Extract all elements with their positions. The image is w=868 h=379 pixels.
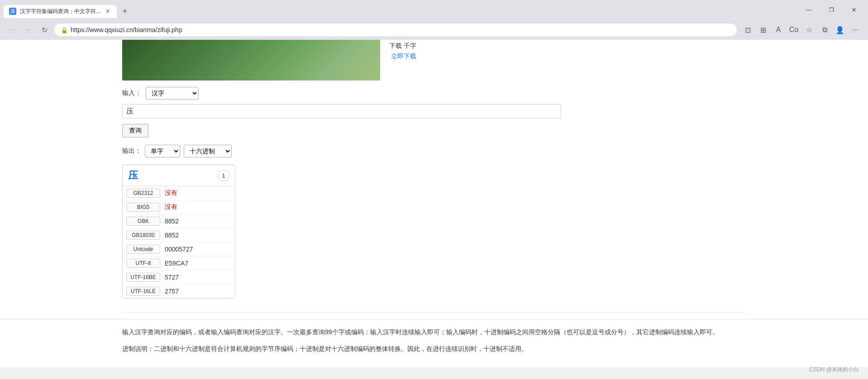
refresh-button[interactable]: ↻ xyxy=(38,24,51,36)
encoding-value-utf16le: 2757 xyxy=(165,288,179,295)
url-bar[interactable]: 🔒 https://www.qqxiuzi.cn/bianma/zifuji.p… xyxy=(54,24,737,36)
profile-icon[interactable]: 👤 xyxy=(833,23,847,37)
tab-favicon: 汉 xyxy=(9,8,16,15)
input-row: 输入： 汉字 GB2312 BIG5 GBK GB18030 Unicode U… xyxy=(122,87,746,99)
result-box: 压 1 GB2312 没有 BIG5 没有 GBK 8852 GB18030 xyxy=(122,165,235,298)
title-bar: 汉 汉字字符集编码查询；中文字符... ✕ + — ❐ ✕ xyxy=(0,0,868,20)
encoding-label-gb18030: GB18030 xyxy=(126,231,160,240)
result-table: GB2312 没有 BIG5 没有 GBK 8852 GB18030 8852 … xyxy=(123,186,235,298)
encoding-value-gb2312: 没有 xyxy=(165,189,177,197)
new-tab-button[interactable]: + xyxy=(119,5,131,18)
hero-image xyxy=(122,40,380,81)
toolbar-right: ⊡ ⊞ A Co ☆ ⧉ 👤 ··· xyxy=(740,23,863,37)
result-count: 1 xyxy=(218,170,229,181)
result-header: 压 1 xyxy=(123,165,235,186)
input-type-select[interactable]: 汉字 GB2312 BIG5 GBK GB18030 Unicode UTF-8… xyxy=(146,87,199,99)
lock-icon: 🔒 xyxy=(61,27,68,33)
table-row: Unicode 00005727 xyxy=(123,242,235,256)
encoding-label-unicode: Unicode xyxy=(126,245,160,254)
encoding-value-gbk: 8852 xyxy=(165,218,179,225)
encoding-label-utf16be: UTF-16BE xyxy=(126,273,160,282)
input-label: 输入： xyxy=(122,89,141,97)
top-nav-link[interactable]: 立即下载 xyxy=(391,50,416,61)
browser-chrome: 汉 汉字字符集编码查询；中文字符... ✕ + — ❐ ✕ ← → ↻ 🔒 ht… xyxy=(0,0,868,40)
top-nav-text: 下载 千字 xyxy=(389,42,416,50)
result-char: 压 xyxy=(128,169,138,182)
table-row: UTF-8 E59CA7 xyxy=(123,256,235,270)
extensions-icon[interactable]: ⊞ xyxy=(756,23,770,37)
encoding-label-big5: BIG5 xyxy=(126,203,160,212)
table-row: UTF-16LE 2757 xyxy=(123,284,235,298)
font-icon[interactable]: A xyxy=(771,23,786,37)
tab-close-button[interactable]: ✕ xyxy=(104,8,111,15)
forward-button[interactable]: → xyxy=(22,24,34,36)
query-section: 查询 xyxy=(0,120,868,141)
encoding-label-gb2312: GB2312 xyxy=(126,189,160,198)
output-format-select[interactable]: 十六进制 十进制 二进制 xyxy=(184,145,232,157)
active-tab[interactable]: 汉 汉字字符集编码查询；中文字符... ✕ xyxy=(4,5,117,18)
maximize-button[interactable]: ❐ xyxy=(821,3,842,17)
table-row: GBK 8852 xyxy=(123,214,235,228)
description-section: 输入汉字查询对应的编码，或者输入编码查询对应的汉字。一次最多查询99个字或编码：… xyxy=(0,319,868,367)
copilot-icon[interactable]: Co xyxy=(787,23,801,37)
output-section: 输出： 单字 多字 十六进制 十进制 二进制 压 1 GB2312 没有 xyxy=(0,141,868,303)
encoding-value-utf8: E59CA7 xyxy=(165,260,188,267)
hero-area: 下载 千字 立即下载 xyxy=(0,40,868,81)
description-2: 进制说明：二进制和十六进制是符合计算机规则的字节序编码；十进制是对十六进制编码的… xyxy=(122,343,746,355)
watermark: CSDN @末路的小白 xyxy=(809,366,859,367)
table-row: GB2312 没有 xyxy=(123,186,235,200)
encoding-value-big5: 没有 xyxy=(165,203,177,211)
description-1: 输入汉字查询对应的编码，或者输入编码查询对应的汉字。一次最多查询99个字或编码：… xyxy=(122,327,746,338)
encoding-label-gbk: GBK xyxy=(126,217,160,226)
output-row: 输出： 单字 多字 十六进制 十进制 二进制 xyxy=(122,145,746,157)
encoding-value-utf16be: 5727 xyxy=(165,274,179,281)
output-label: 输出： xyxy=(122,147,141,155)
table-row: UTF-16BE 5727 xyxy=(123,270,235,284)
encoding-label-utf16le: UTF-16LE xyxy=(126,287,160,296)
favorites-icon[interactable]: ☆ xyxy=(802,23,816,37)
encoding-value-gb18030: 8852 xyxy=(165,232,179,239)
divider xyxy=(122,312,746,313)
search-input[interactable]: 压 xyxy=(122,104,561,118)
table-row: BIG5 没有 xyxy=(123,200,235,214)
table-row: GB18030 8852 xyxy=(123,228,235,242)
output-mode-select[interactable]: 单字 多字 xyxy=(145,145,180,157)
address-bar: ← → ↻ 🔒 https://www.qqxiuzi.cn/bianma/zi… xyxy=(0,20,868,40)
window-controls: — ❐ ✕ xyxy=(798,3,864,20)
encoding-value-unicode: 00005727 xyxy=(165,246,193,253)
query-button[interactable]: 查询 xyxy=(122,124,148,137)
cast-icon[interactable]: ⊡ xyxy=(740,23,755,37)
back-button[interactable]: ← xyxy=(5,24,18,36)
input-section: 输入： 汉字 GB2312 BIG5 GBK GB18030 Unicode U… xyxy=(0,81,868,120)
collections-icon[interactable]: ⧉ xyxy=(817,23,832,37)
encoding-label-utf8: UTF-8 xyxy=(126,259,160,268)
tab-title: 汉字字符集编码查询；中文字符... xyxy=(20,8,100,15)
close-button[interactable]: ✕ xyxy=(844,3,864,17)
url-text: https://www.qqxiuzi.cn/bianma/zifuji.php xyxy=(71,26,182,33)
menu-icon[interactable]: ··· xyxy=(848,23,863,37)
minimize-button[interactable]: — xyxy=(798,3,819,17)
page-content: 下载 千字 立即下载 输入： 汉字 GB2312 BIG5 GBK GB1803… xyxy=(0,40,868,367)
